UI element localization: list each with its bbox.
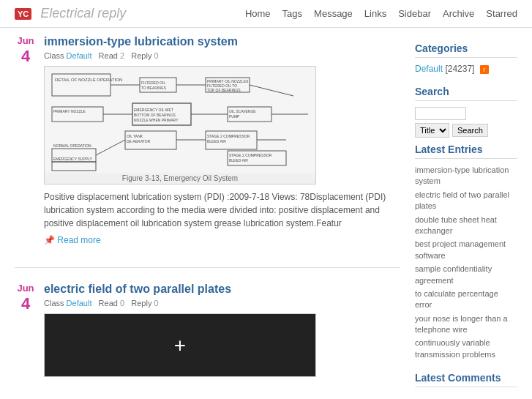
plus-icon: + <box>174 334 186 357</box>
post-1-excerpt: Positive displacement lubrication system… <box>44 190 400 230</box>
post-2-body: electric field of two parallel plates Cl… <box>44 283 400 383</box>
svg-text:EMERGENCY OIL WET: EMERGENCY OIL WET <box>134 108 173 112</box>
search-controls-row: Title Search <box>415 123 517 138</box>
post-1-body: immersion-type lubrication system Class … <box>44 35 400 245</box>
list-item: continuously variable transmission probl… <box>415 338 517 360</box>
post-1-title[interactable]: immersion-type lubrication system <box>44 35 400 48</box>
post-1-reply-label: Reply <box>131 51 151 60</box>
post-1: Jun 4 immersion-type lubrication system … <box>15 35 400 245</box>
post-1-read-label: Read <box>99 51 118 60</box>
nav-message[interactable]: Message <box>314 8 353 19</box>
sidebar-latest-comments-title: Latest Comments <box>415 372 517 387</box>
post-2-meta: Class Default Read 0 Reply 0 <box>44 299 400 307</box>
search-input-row <box>415 107 517 120</box>
post-1-class-value: Default <box>67 51 92 60</box>
list-item: immersion-type lubrication system <box>415 165 517 187</box>
entry-link-4[interactable]: sample confidentiality agreement <box>415 264 492 284</box>
svg-text:BOTTOM OF BEARINGS: BOTTOM OF BEARINGS <box>134 113 176 117</box>
entry-link-7[interactable]: continuously variable transmission probl… <box>415 338 495 358</box>
post-2-reply-label: Reply <box>131 299 151 307</box>
sidebar-search-title: Search <box>415 86 517 101</box>
main-nav: Home Tags Message Links Sidebar Archive … <box>245 8 517 19</box>
nav-starred[interactable]: Starred <box>486 8 517 19</box>
svg-text:DE-AERATOR: DE-AERATOR <box>127 139 151 143</box>
list-item: double tube sheet heat exchanger <box>415 215 517 237</box>
content-area: Jun 4 immersion-type lubrication system … <box>15 35 415 399</box>
post-1-image-wrap: DETAIL OF NOZZLE OPERATION FILTERED OIL … <box>44 66 316 184</box>
category-default-name[interactable]: Default <box>415 64 443 74</box>
entry-link-3[interactable]: best project management software <box>415 239 506 259</box>
latest-entries-list: immersion-type lubrication system electr… <box>415 165 517 360</box>
rss-icon[interactable]: r <box>480 65 489 74</box>
entry-link-2[interactable]: double tube sheet heat exchanger <box>415 215 497 235</box>
svg-text:EMERGENCY SUPPLY: EMERGENCY SUPPLY <box>53 157 93 161</box>
svg-text:TOP OF BEARINGS: TOP OF BEARINGS <box>207 88 241 92</box>
sidebar-latest-entries-title: Latest Entries <box>415 143 517 159</box>
svg-text:PRIMARY NOZZLE: PRIMARY NOZZLE <box>53 109 86 113</box>
post-2-date: Jun 4 <box>15 283 37 383</box>
post-2: Jun 4 electric field of two parallel pla… <box>15 283 400 383</box>
svg-text:NOZZLE WHEN PRIMARY: NOZZLE WHEN PRIMARY <box>134 118 179 122</box>
post-2-class-label: Class <box>44 299 64 307</box>
post-1-meta: Class Default Read 2 Reply 0 <box>44 51 400 60</box>
post-2-image-wrap: + <box>44 313 316 377</box>
post-2-read-value: 0 <box>120 299 124 307</box>
sidebar-categories: Categories Default [24237] r <box>415 42 517 74</box>
entry-link-1[interactable]: electric field of two parallel plates <box>415 190 509 210</box>
post-2-read-label: Read <box>99 299 118 307</box>
post-1-image-caption: Figure 3-13, Emergency Oil System <box>45 173 315 184</box>
post-1-diagram: DETAIL OF NOZZLE OPERATION FILTERED OIL … <box>45 67 315 173</box>
nav-tags[interactable]: Tags <box>282 8 302 19</box>
entry-link-5[interactable]: to calculate percentage error <box>415 289 498 309</box>
sidebar-category-default: Default [24237] r <box>415 64 517 74</box>
post-2-title[interactable]: electric field of two parallel plates <box>44 283 400 296</box>
read-more-icon: 📌 <box>44 235 55 245</box>
svg-text:STAGE 2 COMPRESSOR: STAGE 2 COMPRESSOR <box>229 153 272 157</box>
svg-text:BLEED AIR: BLEED AIR <box>229 158 248 163</box>
svg-text:DETAIL OF NOZZLE OPERATION: DETAIL OF NOZZLE OPERATION <box>55 78 122 82</box>
search-button[interactable]: Search <box>452 124 488 137</box>
category-default-count: [24237] <box>445 64 474 74</box>
post-1-reply-value: 0 <box>154 51 158 60</box>
entry-link-6[interactable]: your nose is longer than a telephone wir… <box>415 314 508 334</box>
post-2-image: + <box>45 314 315 376</box>
sidebar-latest-entries: Latest Entries immersion-type lubricatio… <box>415 143 517 360</box>
search-type-select[interactable]: Title <box>415 123 449 138</box>
list-item: best project management software <box>415 239 517 261</box>
list-item: sample confidentiality agreement <box>415 264 517 286</box>
sidebar-search: Search Title Search <box>415 86 517 138</box>
post-2-month: Jun <box>15 283 37 294</box>
logo: YC <box>15 8 31 20</box>
site-header: YC Electrical reply Home Tags Message Li… <box>0 0 532 28</box>
post-2-day: 4 <box>15 294 37 313</box>
post-1-class-label: Class <box>44 51 64 60</box>
post-1-read-more[interactable]: 📌 Read more <box>44 235 101 245</box>
svg-text:STAGE 2 COMPRESSOR: STAGE 2 COMPRESSOR <box>207 134 250 138</box>
svg-text:OIL TANK: OIL TANK <box>127 134 143 138</box>
svg-text:TO BEARINGS: TO BEARINGS <box>141 86 167 90</box>
post-2-reply-value: 0 <box>154 299 158 307</box>
post-1-day: 4 <box>15 47 37 66</box>
nav-archive[interactable]: Archive <box>443 8 474 19</box>
svg-text:NORMAL OPERATION: NORMAL OPERATION <box>53 143 91 148</box>
post-divider <box>15 267 400 268</box>
search-input[interactable] <box>415 107 466 120</box>
sidebar-latest-comments: Latest Comments <box>415 372 517 387</box>
svg-text:OIL SCAVENGE: OIL SCAVENGE <box>229 109 256 113</box>
entry-link-0[interactable]: immersion-type lubrication system <box>415 165 509 185</box>
post-1-month: Jun <box>15 35 37 47</box>
svg-text:FILTERED OIL: FILTERED OIL <box>141 81 165 85</box>
nav-sidebar[interactable]: Sidebar <box>398 8 431 19</box>
post-1-date: Jun 4 <box>15 35 37 245</box>
list-item: electric field of two parallel plates <box>415 190 517 212</box>
list-item: to calculate percentage error <box>415 288 517 311</box>
sidebar: Categories Default [24237] r Search Titl… <box>415 35 517 399</box>
post-2-class-value: Default <box>67 299 92 307</box>
sidebar-categories-title: Categories <box>415 42 517 58</box>
svg-text:BLEED AIR: BLEED AIR <box>207 139 226 143</box>
nav-home[interactable]: Home <box>245 8 271 19</box>
post-1-read-value: 2 <box>120 51 124 60</box>
nav-links[interactable]: Links <box>364 8 386 19</box>
svg-text:PUMP: PUMP <box>229 114 240 119</box>
site-title: Electrical reply <box>40 6 126 21</box>
